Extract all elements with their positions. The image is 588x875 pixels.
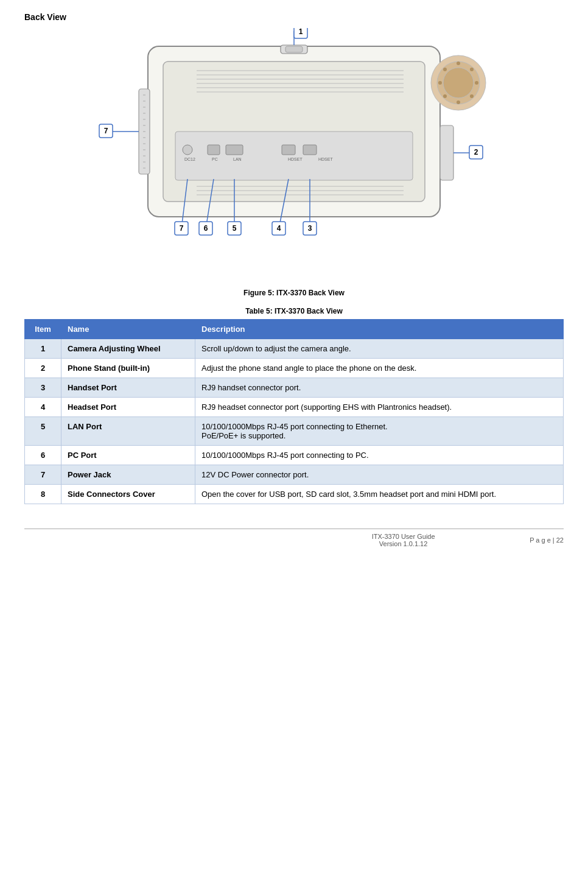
cell-item: 6	[25, 446, 61, 465]
svg-rect-17	[208, 145, 220, 155]
col-header-item: Item	[25, 320, 61, 339]
cell-description: 10/100/1000Mbps RJ-45 port connecting to…	[195, 446, 564, 465]
svg-rect-19	[282, 145, 295, 155]
svg-rect-18	[226, 145, 243, 155]
footer-version: Version 1.0.1.12	[277, 540, 530, 547]
cell-description: Adjust the phone stand angle to place th…	[195, 359, 564, 378]
back-view-diagram: DC12 PC LAN HDSET HDSET	[75, 28, 513, 284]
svg-point-33	[438, 81, 442, 85]
cell-description: RJ9 handset connector port.	[195, 378, 564, 398]
cell-description: Open the cover for USB port, SD card slo…	[195, 485, 564, 504]
table-row: 5LAN Port10/100/1000Mbps RJ-45 port conn…	[25, 417, 564, 446]
cell-name: Headset Port	[61, 398, 195, 417]
footer-page-number: P a g e | 22	[530, 536, 564, 544]
svg-text:2: 2	[474, 148, 478, 156]
page-title: Back View	[24, 12, 564, 22]
table-row: 2Phone Stand (built-in)Adjust the phone …	[25, 359, 564, 378]
cell-name: Handset Port	[61, 378, 195, 398]
cell-item: 1	[25, 339, 61, 359]
cell-name: Phone Stand (built-in)	[61, 359, 195, 378]
svg-text:3: 3	[308, 224, 312, 233]
cell-item: 2	[25, 359, 61, 378]
svg-rect-49	[440, 125, 453, 180]
svg-point-27	[457, 61, 460, 65]
cell-description: 12V DC Power connector port.	[195, 465, 564, 485]
cell-name: Side Connectors Cover	[61, 485, 195, 504]
cell-name: LAN Port	[61, 417, 195, 446]
svg-text:5: 5	[233, 224, 237, 233]
cell-item: 4	[25, 398, 61, 417]
svg-rect-9	[285, 46, 303, 52]
svg-point-28	[470, 68, 474, 71]
svg-text:7: 7	[104, 127, 108, 135]
svg-point-29	[475, 81, 478, 85]
svg-point-34	[443, 68, 447, 71]
cell-name: Camera Adjusting Wheel	[61, 339, 195, 359]
svg-point-31	[457, 100, 460, 104]
svg-text:DC12: DC12	[184, 157, 195, 161]
footer-doc-info: ITX-3370 User Guide Version 1.0.1.12	[277, 533, 530, 547]
svg-text:LAN: LAN	[233, 157, 242, 161]
cell-item: 7	[25, 465, 61, 485]
figure-caption: Figure 5: ITX-3370 Back View	[24, 289, 564, 297]
svg-text:7: 7	[180, 224, 184, 233]
svg-rect-10	[175, 132, 413, 180]
table-row: 4Headset PortRJ9 headset connector port …	[25, 398, 564, 417]
cell-description: Scroll up/down to adjust the camera angl…	[195, 339, 564, 359]
svg-point-32	[443, 94, 447, 98]
svg-point-16	[183, 145, 192, 155]
back-view-table: Item Name Description 1Camera Adjusting …	[24, 319, 564, 504]
cell-item: 5	[25, 417, 61, 446]
diagram-container: DC12 PC LAN HDSET HDSET	[24, 28, 564, 284]
cell-name: PC Port	[61, 446, 195, 465]
cell-description: RJ9 headset connector port (supporting E…	[195, 398, 564, 417]
table-row: 1Camera Adjusting WheelScroll up/down to…	[25, 339, 564, 359]
table-row: 6PC Port10/100/1000Mbps RJ-45 port conne…	[25, 446, 564, 465]
cell-description: 10/100/1000Mbps RJ-45 port connecting to…	[195, 417, 564, 446]
svg-text:PC: PC	[212, 157, 218, 161]
table-caption: Table 5: ITX-3370 Back View	[24, 307, 564, 315]
svg-point-30	[470, 94, 474, 98]
cell-name: Power Jack	[61, 465, 195, 485]
col-header-name: Name	[61, 320, 195, 339]
page-footer: ITX-3370 User Guide Version 1.0.1.12 P a…	[24, 529, 564, 547]
cell-item: 8	[25, 485, 61, 504]
svg-rect-20	[303, 145, 317, 155]
svg-text:HDSET: HDSET	[318, 157, 333, 161]
svg-text:HDSET: HDSET	[288, 157, 303, 161]
footer-doc-title: ITX-3370 User Guide	[277, 533, 530, 540]
cell-item: 3	[25, 378, 61, 398]
svg-point-26	[443, 68, 474, 98]
col-header-description: Description	[195, 320, 564, 339]
svg-text:6: 6	[204, 224, 208, 233]
svg-text:1: 1	[299, 28, 303, 36]
table-row: 3Handset PortRJ9 handset connector port.	[25, 378, 564, 398]
svg-text:4: 4	[277, 224, 281, 233]
table-row: 7Power Jack12V DC Power connector port.	[25, 465, 564, 485]
table-row: 8Side Connectors CoverOpen the cover for…	[25, 485, 564, 504]
